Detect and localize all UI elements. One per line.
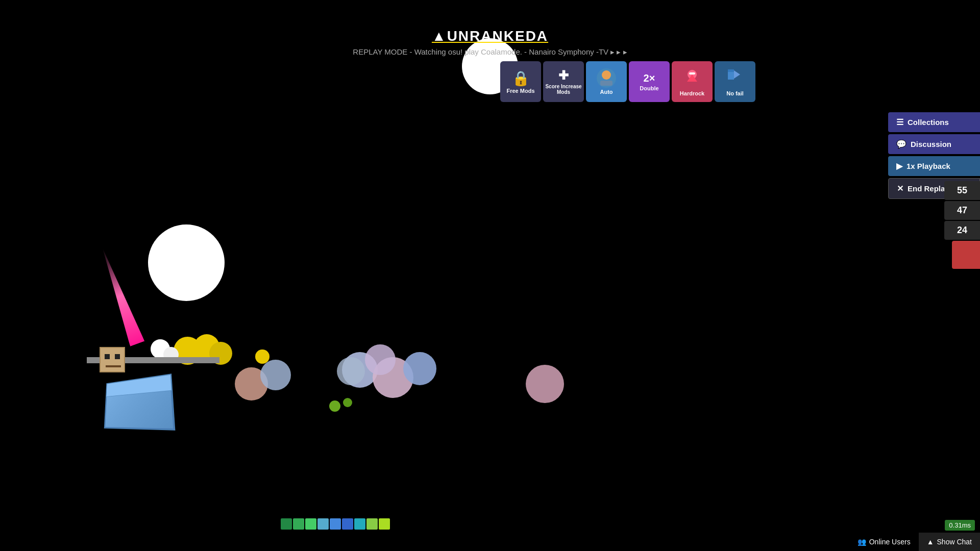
color-palette [281, 518, 390, 530]
auto-label: Auto [600, 89, 612, 95]
eye-right [115, 354, 120, 359]
discussion-button[interactable]: 💬 Discussion [888, 134, 980, 154]
palette-swatch-6 [342, 518, 353, 530]
blue-circle-2 [403, 352, 436, 385]
blue-circle-3 [337, 357, 365, 385]
score-list: 55 47 24 [944, 181, 980, 269]
svg-rect-3 [689, 72, 695, 74]
online-users-label: Online Users [869, 538, 911, 546]
minecraft-block [104, 373, 176, 430]
latency-badge: 0.31ms [945, 520, 975, 531]
palette-swatch-4 [317, 518, 329, 530]
svg-rect-5 [728, 69, 734, 72]
discussion-label: Discussion [911, 140, 951, 148]
free-mods-label: Free Mods [506, 88, 534, 94]
show-chat-button[interactable]: ▲ Show Chat [919, 533, 980, 551]
chat-chevron-icon: ▲ [927, 538, 934, 546]
replay-subtitle: REPLAY MODE - Watching osu! play Coalamo… [353, 47, 627, 57]
lock-icon: 🔒 [512, 70, 530, 87]
svg-marker-6 [734, 70, 740, 79]
collections-button[interactable]: ☰ Collections [888, 112, 980, 132]
svg-point-0 [602, 70, 611, 80]
blue-circle-small [260, 360, 291, 390]
score-item-55[interactable]: 55 [944, 181, 980, 200]
mouth [106, 365, 121, 367]
score-item-47[interactable]: 47 [944, 201, 980, 220]
collections-icon: ☰ [896, 117, 903, 127]
nofail-icon [726, 67, 744, 89]
palette-swatch-1 [281, 518, 292, 530]
free-mods-button[interactable]: 🔒 Free Mods [500, 61, 541, 102]
hardrock-label: Hardrock [680, 90, 704, 96]
latency-value: 0.31ms [949, 521, 971, 529]
double-icon: 2× [644, 72, 655, 84]
end-replay-label: End Replay [908, 184, 949, 193]
game-title-text: ▲UNRANKEDA [432, 28, 548, 44]
nofail-label: No fail [726, 90, 744, 96]
palette-swatch-8 [366, 518, 378, 530]
auto-icon [597, 68, 616, 88]
discussion-icon: 💬 [896, 139, 906, 149]
mods-toolbar: 🔒 Free Mods ✚ Score IncreaseMods Auto 2×… [500, 61, 755, 102]
online-users-button[interactable]: 👥 Online Users [849, 533, 919, 551]
game-ball-white [148, 224, 225, 301]
auto-button[interactable]: Auto [586, 61, 627, 102]
double-button[interactable]: 2× Double [629, 61, 670, 102]
score-item-24[interactable]: 24 [944, 221, 980, 240]
bottom-bar: 👥 Online Users ▲ Show Chat [0, 533, 980, 551]
collections-label: Collections [908, 118, 949, 127]
score-increase-label: Score IncreaseMods [545, 84, 581, 95]
palette-swatch-2 [293, 518, 304, 530]
score-increase-button[interactable]: ✚ Score IncreaseMods [543, 61, 584, 102]
player-avatar [952, 241, 980, 269]
svg-rect-1 [600, 81, 612, 86]
double-label: Double [640, 85, 658, 91]
green-dot-2 [343, 398, 352, 407]
eye-left [105, 354, 110, 359]
top-title-area: ▲UNRANKEDA REPLAY MODE - Watching osu! p… [353, 28, 627, 57]
play-icon: ▶ [896, 161, 902, 171]
hardrock-icon [683, 67, 701, 89]
palette-swatch-9 [379, 518, 390, 530]
palette-swatch-7 [354, 518, 365, 530]
palette-swatch-5 [330, 518, 341, 530]
show-chat-label: Show Chat [937, 538, 972, 546]
lone-pink-circle [526, 365, 564, 403]
green-dot-1 [329, 400, 340, 412]
nofail-button[interactable]: No fail [715, 61, 755, 102]
plus-icon: ✚ [558, 68, 569, 83]
close-icon: ✕ [897, 184, 903, 193]
hardrock-button[interactable]: Hardrock [672, 61, 713, 102]
purple-circle [365, 344, 396, 375]
playback-label: 1x Playback [906, 162, 950, 170]
minecraft-character [100, 347, 125, 372]
palette-swatch-3 [305, 518, 316, 530]
playback-button[interactable]: ▶ 1x Playback [888, 156, 980, 176]
game-title: ▲UNRANKEDA [353, 28, 627, 44]
users-icon: 👥 [857, 538, 866, 546]
